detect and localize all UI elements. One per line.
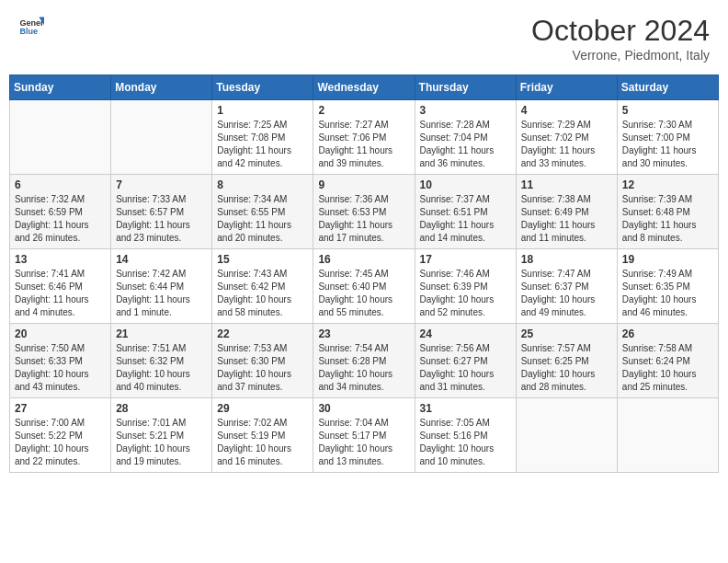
sunset-text: Sunset: 7:04 PM xyxy=(420,132,511,144)
sunrise-text: Sunrise: 7:01 AM xyxy=(116,417,207,430)
sunrise-text: Sunrise: 7:41 AM xyxy=(15,268,106,281)
daylight-text: Daylight: 10 hours and 13 minutes. xyxy=(318,442,409,468)
day-info: Sunrise: 7:36 AMSunset: 6:53 PMDaylight:… xyxy=(318,193,409,245)
daylight-text: Daylight: 11 hours and 26 minutes. xyxy=(15,219,106,245)
sunrise-text: Sunrise: 7:53 AM xyxy=(217,342,308,355)
calendar-cell: 28Sunrise: 7:01 AMSunset: 5:21 PMDayligh… xyxy=(111,398,212,473)
sunrise-text: Sunrise: 7:29 AM xyxy=(521,119,612,132)
day-info: Sunrise: 7:45 AMSunset: 6:40 PMDaylight:… xyxy=(318,268,409,319)
sunset-text: Sunset: 5:22 PM xyxy=(15,430,106,442)
calendar-cell: 31Sunrise: 7:05 AMSunset: 5:16 PMDayligh… xyxy=(415,398,516,473)
sunrise-text: Sunrise: 7:30 AM xyxy=(622,119,713,132)
day-info: Sunrise: 7:33 AMSunset: 6:57 PMDaylight:… xyxy=(116,193,207,245)
sunrise-text: Sunrise: 7:58 AM xyxy=(622,342,713,355)
sunset-text: Sunset: 6:37 PM xyxy=(521,281,612,293)
calendar-cell: 13Sunrise: 7:41 AMSunset: 6:46 PMDayligh… xyxy=(10,249,111,324)
sunrise-text: Sunrise: 7:37 AM xyxy=(420,193,511,206)
day-info: Sunrise: 7:25 AMSunset: 7:08 PMDaylight:… xyxy=(217,119,308,170)
day-number: 16 xyxy=(318,253,409,266)
location-title: Verrone, Piedmont, Italy xyxy=(531,48,710,63)
calendar-week-3: 13Sunrise: 7:41 AMSunset: 6:46 PMDayligh… xyxy=(10,249,719,324)
calendar-cell: 23Sunrise: 7:54 AMSunset: 6:28 PMDayligh… xyxy=(313,324,415,398)
day-info: Sunrise: 7:58 AMSunset: 6:24 PMDaylight:… xyxy=(622,342,713,394)
calendar-cell xyxy=(111,100,212,175)
calendar-header-row: SundayMondayTuesdayWednesdayThursdayFrid… xyxy=(10,75,719,100)
day-info: Sunrise: 7:49 AMSunset: 6:35 PMDaylight:… xyxy=(622,268,713,319)
daylight-text: Daylight: 11 hours and 17 minutes. xyxy=(318,219,409,245)
calendar-cell: 26Sunrise: 7:58 AMSunset: 6:24 PMDayligh… xyxy=(617,324,718,398)
sunset-text: Sunset: 6:24 PM xyxy=(622,355,713,368)
daylight-text: Daylight: 10 hours and 55 minutes. xyxy=(318,293,409,319)
calendar-body: 1Sunrise: 7:25 AMSunset: 7:08 PMDaylight… xyxy=(10,100,719,473)
day-number: 7 xyxy=(116,178,207,191)
month-title: October 2024 xyxy=(531,14,710,48)
sunset-text: Sunset: 6:35 PM xyxy=(622,281,713,293)
sunrise-text: Sunrise: 7:38 AM xyxy=(521,193,612,206)
sunrise-text: Sunrise: 7:57 AM xyxy=(521,342,612,355)
daylight-text: Daylight: 10 hours and 40 minutes. xyxy=(116,368,207,394)
day-info: Sunrise: 7:05 AMSunset: 5:16 PMDaylight:… xyxy=(420,417,511,468)
sunrise-text: Sunrise: 7:05 AM xyxy=(420,417,511,430)
daylight-text: Daylight: 10 hours and 34 minutes. xyxy=(318,368,409,394)
daylight-text: Daylight: 10 hours and 31 minutes. xyxy=(420,368,511,394)
day-info: Sunrise: 7:00 AMSunset: 5:22 PMDaylight:… xyxy=(15,417,106,468)
sunset-text: Sunset: 6:27 PM xyxy=(420,355,511,368)
calendar-cell: 29Sunrise: 7:02 AMSunset: 5:19 PMDayligh… xyxy=(212,398,313,473)
calendar-week-4: 20Sunrise: 7:50 AMSunset: 6:33 PMDayligh… xyxy=(10,324,719,398)
day-number: 14 xyxy=(116,253,207,266)
day-info: Sunrise: 7:56 AMSunset: 6:27 PMDaylight:… xyxy=(420,342,511,394)
daylight-text: Daylight: 10 hours and 22 minutes. xyxy=(15,442,106,468)
sunset-text: Sunset: 5:16 PM xyxy=(420,430,511,442)
sunrise-text: Sunrise: 7:34 AM xyxy=(217,193,308,206)
day-number: 29 xyxy=(217,402,308,415)
sunset-text: Sunset: 6:33 PM xyxy=(15,355,106,368)
sunrise-text: Sunrise: 7:45 AM xyxy=(318,268,409,281)
daylight-text: Daylight: 10 hours and 46 minutes. xyxy=(622,293,713,319)
day-info: Sunrise: 7:41 AMSunset: 6:46 PMDaylight:… xyxy=(15,268,106,319)
day-info: Sunrise: 7:32 AMSunset: 6:59 PMDaylight:… xyxy=(15,193,106,245)
sunset-text: Sunset: 6:59 PM xyxy=(15,206,106,219)
daylight-text: Daylight: 11 hours and 20 minutes. xyxy=(217,219,308,245)
daylight-text: Daylight: 10 hours and 37 minutes. xyxy=(217,368,308,394)
sunrise-text: Sunrise: 7:42 AM xyxy=(116,268,207,281)
day-number: 18 xyxy=(521,253,612,266)
day-number: 19 xyxy=(622,253,713,266)
day-number: 15 xyxy=(217,253,308,266)
day-header-friday: Friday xyxy=(516,75,617,100)
day-header-sunday: Sunday xyxy=(10,75,111,100)
daylight-text: Daylight: 10 hours and 28 minutes. xyxy=(521,368,612,394)
sunset-text: Sunset: 6:28 PM xyxy=(318,355,409,368)
sunset-text: Sunset: 7:00 PM xyxy=(622,132,713,144)
sunset-text: Sunset: 5:17 PM xyxy=(318,430,409,442)
day-info: Sunrise: 7:54 AMSunset: 6:28 PMDaylight:… xyxy=(318,342,409,394)
calendar-cell: 19Sunrise: 7:49 AMSunset: 6:35 PMDayligh… xyxy=(617,249,718,324)
sunset-text: Sunset: 6:39 PM xyxy=(420,281,511,293)
day-header-monday: Monday xyxy=(111,75,212,100)
sunrise-text: Sunrise: 7:39 AM xyxy=(622,193,713,206)
calendar-cell: 11Sunrise: 7:38 AMSunset: 6:49 PMDayligh… xyxy=(516,175,617,249)
day-info: Sunrise: 7:02 AMSunset: 5:19 PMDaylight:… xyxy=(217,417,308,468)
page-header: General Blue October 2024 Verrone, Piedm… xyxy=(9,9,719,67)
day-info: Sunrise: 7:34 AMSunset: 6:55 PMDaylight:… xyxy=(217,193,308,245)
calendar-table: SundayMondayTuesdayWednesdayThursdayFrid… xyxy=(9,75,719,473)
calendar-cell: 7Sunrise: 7:33 AMSunset: 6:57 PMDaylight… xyxy=(111,175,212,249)
sunset-text: Sunset: 5:21 PM xyxy=(116,430,207,442)
daylight-text: Daylight: 11 hours and 36 minutes. xyxy=(420,144,511,170)
svg-text:Blue: Blue xyxy=(19,27,38,36)
sunset-text: Sunset: 5:19 PM xyxy=(217,430,308,442)
sunrise-text: Sunrise: 7:04 AM xyxy=(318,417,409,430)
sunset-text: Sunset: 6:25 PM xyxy=(521,355,612,368)
day-number: 10 xyxy=(420,178,511,191)
day-info: Sunrise: 7:42 AMSunset: 6:44 PMDaylight:… xyxy=(116,268,207,319)
sunset-text: Sunset: 6:42 PM xyxy=(217,281,308,293)
sunrise-text: Sunrise: 7:33 AM xyxy=(116,193,207,206)
day-info: Sunrise: 7:01 AMSunset: 5:21 PMDaylight:… xyxy=(116,417,207,468)
calendar-cell: 17Sunrise: 7:46 AMSunset: 6:39 PMDayligh… xyxy=(415,249,516,324)
day-number: 3 xyxy=(420,104,511,117)
calendar-cell: 5Sunrise: 7:30 AMSunset: 7:00 PMDaylight… xyxy=(617,100,718,175)
daylight-text: Daylight: 11 hours and 23 minutes. xyxy=(116,219,207,245)
day-number: 6 xyxy=(15,178,106,191)
calendar-cell: 16Sunrise: 7:45 AMSunset: 6:40 PMDayligh… xyxy=(313,249,415,324)
logo: General Blue xyxy=(18,14,44,40)
day-number: 22 xyxy=(217,327,308,340)
